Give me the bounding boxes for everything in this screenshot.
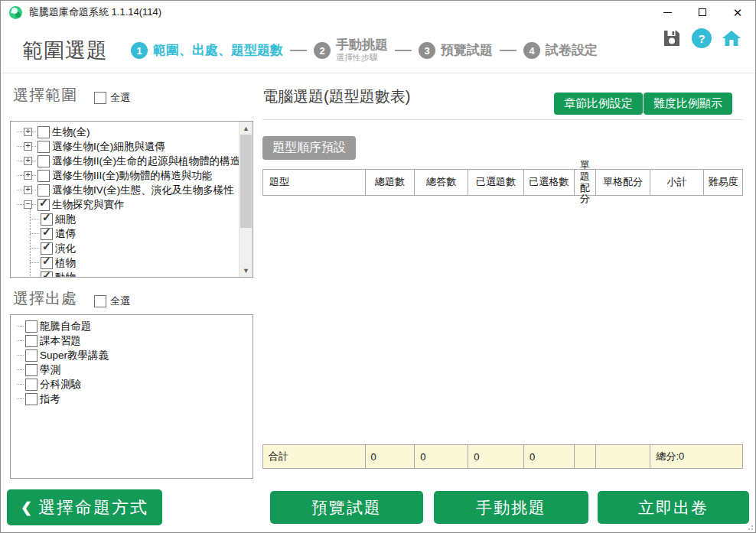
column-header: 總題數	[366, 170, 415, 195]
tree-item-checkbox[interactable]: ✓	[41, 213, 53, 226]
check-mark-icon: ✓	[39, 197, 48, 208]
help-icon: ?	[698, 32, 705, 45]
column-header: 總答數	[415, 170, 468, 195]
range-select-all[interactable]: 全選	[94, 91, 130, 105]
save-icon	[663, 29, 681, 47]
tree-item-checkbox[interactable]	[37, 126, 50, 138]
source-item-checkbox[interactable]	[25, 335, 37, 347]
scroll-down-icon[interactable]: ▼	[240, 264, 253, 277]
step-2[interactable]: 2手動挑題選擇性步驟	[314, 38, 388, 63]
check-mark-icon: ✓	[42, 226, 51, 237]
tree-item-checkbox[interactable]	[37, 141, 50, 153]
column-header: 單格配分	[596, 170, 651, 195]
tree-item[interactable]: +選修生物III(全)動物體的構造與功能	[17, 168, 240, 183]
tree-branch-line	[17, 384, 24, 385]
close-button[interactable]: ✕	[720, 1, 755, 24]
collapse-icon[interactable]: −	[24, 200, 32, 209]
tree-item-checkbox[interactable]: ✓	[37, 199, 50, 211]
source-item-checkbox[interactable]	[25, 349, 37, 362]
footer-value: 0	[366, 445, 415, 468]
tree-item[interactable]: +選修生物I(全)細胞與遺傳	[17, 139, 240, 154]
back-to-method-button[interactable]: ❮ 選擇命題方式	[7, 489, 162, 525]
maximize-button[interactable]	[685, 1, 720, 24]
tree-item[interactable]: ✓動物	[30, 270, 240, 277]
expand-icon[interactable]: +	[24, 157, 32, 165]
source-item-checkbox[interactable]	[25, 379, 37, 391]
tree-branch-line	[32, 146, 36, 148]
source-item-label: 學測	[40, 363, 60, 377]
step-1[interactable]: 1範圍、出處、題型題數	[131, 42, 283, 59]
tree-item-label: 選修生物II(全)生命的起源與植物體的構造與功能	[52, 154, 240, 168]
source-item[interactable]: 龍騰自命題	[17, 319, 253, 333]
step-number-badge: 1	[131, 42, 148, 59]
tree-branch-line	[17, 175, 24, 177]
check-mark-icon: ✓	[42, 212, 51, 223]
page-title: 範圍選題	[22, 37, 108, 64]
tree-item-checkbox[interactable]: ✓	[41, 257, 53, 269]
type-order-button[interactable]: 題型順序預設	[262, 136, 356, 160]
expand-icon[interactable]: +	[24, 128, 32, 136]
footer-value	[575, 445, 596, 468]
tree-scrollbar[interactable]: ▲ ▼	[239, 122, 253, 277]
tree-item-checkbox[interactable]	[37, 184, 50, 197]
expand-icon[interactable]: +	[24, 171, 32, 180]
source-item[interactable]: Super教學講義	[17, 348, 253, 362]
source-item-checkbox[interactable]	[25, 320, 37, 333]
tree-item-checkbox[interactable]	[37, 155, 50, 167]
source-item-label: 課本習題	[40, 334, 81, 348]
resize-grip[interactable]	[745, 522, 753, 530]
expand-icon[interactable]: +	[24, 142, 32, 151]
tree-item-checkbox[interactable]: ✓	[41, 228, 53, 240]
step-3[interactable]: 3預覽試題	[419, 42, 493, 59]
tree-item-checkbox[interactable]: ✓	[41, 242, 53, 255]
tree-branch-line	[17, 340, 24, 342]
generate-paper-button[interactable]: 立即出卷	[598, 491, 749, 524]
tree-branch-line	[17, 398, 24, 400]
step-connector	[395, 50, 412, 51]
step-4[interactable]: 4試卷設定	[523, 42, 598, 59]
tree-branch-line	[17, 369, 24, 371]
tree-item[interactable]: ✓細胞	[30, 212, 240, 226]
source-item[interactable]: 指考	[17, 392, 253, 406]
tree-item-checkbox[interactable]: ✓	[41, 271, 53, 278]
footer-value: 0	[524, 445, 575, 468]
tree-item[interactable]: ✓遺傳	[30, 226, 240, 241]
tree-item-label: 生物(全)	[52, 125, 90, 139]
difficulty-ratio-button[interactable]: 難度比例顯示	[644, 93, 732, 115]
tree-item[interactable]: +選修生物IV(全)生態、演化及生物多樣性	[17, 183, 240, 197]
title-bar: 龍騰題庫命題系統 1.1.14(114) ✕	[1, 1, 755, 24]
tree-branch-line	[17, 161, 24, 162]
tree-branch-line	[32, 161, 36, 162]
step-label: 試卷設定	[546, 44, 598, 58]
manual-pick-button[interactable]: 手動挑題	[434, 491, 588, 524]
tree-item[interactable]: +選修生物II(全)生命的起源與植物體的構造與功能	[17, 154, 240, 168]
range-select-all-label: 全選	[110, 91, 130, 105]
tree-item[interactable]: ✓演化	[30, 241, 240, 255]
minimize-button[interactable]	[650, 1, 685, 24]
source-select-all-checkbox[interactable]	[94, 295, 106, 307]
tree-item-label: 細胞	[55, 213, 76, 226]
source-item[interactable]: 課本習題	[17, 333, 253, 348]
help-button[interactable]: ?	[692, 28, 712, 48]
chapter-ratio-button[interactable]: 章節比例設定	[554, 93, 643, 115]
source-section-title: 選擇出處	[13, 288, 77, 309]
tree-branch-line	[17, 132, 24, 133]
source-item-checkbox[interactable]	[25, 393, 37, 405]
step-sublabel: 選擇性步驟	[336, 53, 388, 63]
source-item[interactable]: 分科測驗	[17, 377, 253, 392]
save-button[interactable]	[662, 28, 682, 48]
source-item-label: 龍騰自命題	[40, 320, 92, 333]
source-item-checkbox[interactable]	[25, 364, 37, 376]
tree-item[interactable]: ✓植物	[30, 255, 240, 270]
scroll-up-icon[interactable]: ▲	[240, 122, 253, 135]
tree-item-checkbox[interactable]	[37, 170, 50, 182]
preview-questions-button[interactable]: 預覽試題	[270, 491, 423, 524]
source-select-all[interactable]: 全選	[94, 294, 130, 308]
tree-item[interactable]: +生物(全)	[17, 125, 240, 139]
range-select-all-checkbox[interactable]	[94, 92, 106, 104]
expand-icon[interactable]: +	[24, 186, 32, 194]
tree-item[interactable]: −✓生物探究與實作	[17, 197, 240, 212]
source-item[interactable]: 學測	[17, 362, 253, 377]
scrollbar-thumb[interactable]	[240, 135, 252, 228]
home-button[interactable]	[722, 28, 741, 48]
